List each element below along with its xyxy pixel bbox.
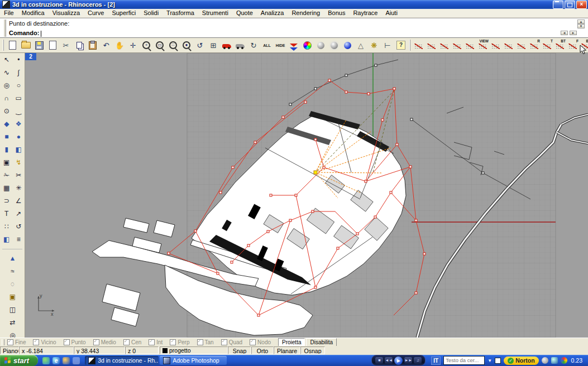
menu-item-analizza[interactable]: Analizza [257,9,288,17]
display-tray-icon[interactable] [551,357,558,364]
select-tool[interactable]: ↖ [1,53,13,66]
wmp-previous-button[interactable]: ◄◄ [385,357,393,364]
viewport-label[interactable]: 2 [25,53,36,60]
help-icon[interactable]: ? [394,38,408,52]
wmp-stop-button[interactable]: ■ [375,357,383,364]
array-tool[interactable]: ▦ [1,181,13,194]
search-go-button[interactable] [495,358,501,364]
search-input[interactable]: Testo da cer... [443,356,485,365]
vp-zaxis-icon[interactable] [489,38,502,52]
osnap-checkbox-quad[interactable] [221,339,227,345]
offset-tool[interactable]: ◌ [6,277,19,290]
osnap-option-perp[interactable]: Perp [170,339,189,345]
menu-item-solidi[interactable]: Solidi [140,9,162,17]
rotate-view-icon[interactable]: ✛ [126,38,140,52]
surface-tool[interactable]: ◆ [1,117,13,130]
restore-button[interactable] [565,1,575,9]
planar-toggle[interactable]: Planare [274,346,300,354]
media-player-icon[interactable] [63,357,70,364]
vp-perspective-icon[interactable] [412,38,425,52]
command-next-button[interactable]: ► [570,31,577,35]
osnap-option-int[interactable]: Int [149,339,162,345]
cplane-pane[interactable]: PianoC [0,346,19,354]
disabilita-button[interactable]: Disabilita [306,338,337,346]
menu-item-modifica[interactable]: Modifica [18,9,49,17]
wmp-volume-button[interactable]: ♫ [414,357,422,364]
command-prompt[interactable]: Comando: [9,28,41,37]
menu-item-superfici[interactable]: Superfici [108,9,140,17]
vp-rotate-cplane-icon[interactable] [463,38,476,52]
patch-tool[interactable]: ❖ [13,117,25,130]
rotate-tool[interactable]: ↺ [13,220,25,233]
osnap-toggle[interactable]: Osnap [300,346,325,354]
render-preview-icon[interactable] [341,38,354,52]
zoom-all-icon[interactable]: ALL [260,38,274,52]
start-button[interactable]: start [0,355,38,366]
snap-toggle[interactable]: Snap [228,346,251,354]
minimize-button[interactable] [553,1,563,9]
layer-tool[interactable]: ◧ [1,233,13,245]
undo-icon[interactable]: ↶ [99,38,113,52]
norton-badge[interactable]: ✓ Norton [504,357,538,365]
extrude-tool[interactable]: ▲ [6,252,19,264]
flip-tool[interactable]: ⇄ [6,316,19,329]
export-file-icon[interactable] [46,38,59,52]
task-button-rhino[interactable]: 3d in costruzione - Rh... [85,356,159,365]
point-tool[interactable]: • [13,53,25,66]
cylinder-tool[interactable]: ▮ [1,143,13,156]
color-tray-icon[interactable] [561,357,567,364]
vp-nodes-2-icon[interactable] [515,38,528,52]
osnap-option-medio[interactable]: Medio [93,339,116,345]
vp-back-icon[interactable]: BK [579,38,588,52]
explode-tool[interactable]: ↯ [13,156,25,168]
render-icon[interactable] [220,38,233,52]
command-prev-button[interactable]: ◄ [561,31,568,35]
arc-tool[interactable]: ∩ [1,92,13,104]
osnap-checkbox-punto[interactable] [64,339,70,345]
close-button[interactable]: × [576,1,587,9]
fillet-tool[interactable]: ⊃ [1,194,13,207]
hatch-tool[interactable]: ∷ [1,220,13,233]
osnap-checkbox-tan[interactable] [197,339,203,345]
osnap-option-vicino[interactable]: Vicino [33,339,56,345]
ellipse-tool[interactable]: ○ [13,79,25,92]
viewport-canvas[interactable]: 2 [25,53,588,338]
update-tray-icon[interactable] [542,357,548,364]
proietta-button[interactable]: Proietta [278,338,305,346]
osnap-checkbox-cen[interactable] [123,339,130,345]
menu-item-raytrace[interactable]: Raytrace [349,9,381,17]
save-file-icon[interactable] [32,38,46,52]
internet-explorer-icon[interactable]: e [52,357,60,364]
menu-item-quote[interactable]: Quote [232,9,257,17]
osnap-checkbox-int[interactable] [149,339,155,345]
vp-nodes-1-icon[interactable] [502,38,515,52]
command-scroll-down-button[interactable]: ▼ [577,24,585,28]
wmp-play-button[interactable]: ▶ [394,357,403,365]
grid-options-icon[interactable]: ⊞ [207,38,220,52]
menu-item-file[interactable]: File [0,9,18,17]
osnap-option-tan[interactable]: Tan [197,339,214,345]
wmp-next-button[interactable]: ►► [404,357,412,364]
zoom-extents-icon[interactable]: ● [180,38,193,52]
leader-tool[interactable]: ↗ [13,207,25,220]
osnap-checkbox-perp[interactable] [170,339,176,345]
vp-top-icon[interactable]: T [541,38,553,52]
menu-item-visualizza[interactable]: Visualizza [49,9,84,17]
text-tool[interactable]: T [1,207,13,220]
vp-plan-icon[interactable] [438,38,451,52]
pan-view-icon[interactable]: ✋ [113,38,126,52]
sphere-tool[interactable]: ● [13,130,25,143]
vp-bottom-icon[interactable]: BT [553,38,566,52]
cut-icon[interactable]: ✂ [59,38,73,52]
vp-up-icon[interactable] [425,38,438,52]
osnap-option-punto[interactable]: Punto [64,339,86,345]
hide-objects-icon[interactable]: HIDE [274,38,287,52]
loft-tool[interactable]: ≈ [6,264,19,277]
dimension-tool-icon[interactable]: ⊢ [381,38,394,52]
menu-item-bonus[interactable]: Bonus [324,9,349,17]
messenger-icon[interactable] [42,357,50,364]
osnap-checkbox-fine[interactable] [7,339,13,345]
cone-primitive-icon[interactable]: △ [354,38,367,52]
toolbar-grip[interactable] [3,40,4,51]
mirror-tool[interactable]: ◫ [6,303,19,316]
